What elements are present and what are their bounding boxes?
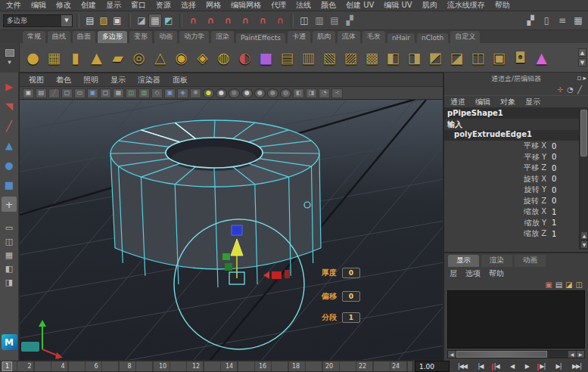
lasso-tool-icon[interactable]: ◥ (2, 98, 17, 113)
move-layer-up-icon[interactable]: ▣ (545, 281, 552, 289)
attribute-value-field[interactable]: 1 (552, 230, 579, 238)
input-node-name[interactable]: polyExtrudeEdge1 (444, 130, 579, 141)
step-forward-frame-button[interactable]: ▶| (555, 363, 563, 370)
safe-title-icon[interactable]: ❋ (190, 88, 201, 98)
shelf-tab[interactable]: 肌肉 (313, 31, 335, 43)
shadows-icon[interactable]: ● (254, 88, 266, 98)
attribute-value-field[interactable]: 0 (552, 142, 579, 150)
modeling-toolkit-toggle-icon[interactable]: ▦ (571, 14, 585, 28)
new-layer-from-selected-icon[interactable]: ◪ (565, 281, 572, 289)
layer-editor-menu-item[interactable]: 选项 (465, 268, 481, 279)
new-scene-icon[interactable]: ▤ (83, 14, 97, 28)
channel-box-toggle-icon[interactable]: ≡ (555, 14, 569, 28)
shelf-tab[interactable]: 流体 (338, 31, 360, 43)
bookmark-icon[interactable]: ▢ (61, 88, 73, 98)
snap-to-view-planes-icon[interactable]: ∩ (256, 14, 269, 28)
attribute-editor-toggle-icon[interactable]: ▯ (540, 14, 553, 28)
shelf-tab[interactable]: 自定义 (450, 31, 480, 43)
menu-item[interactable]: 肌肉 (422, 0, 437, 11)
chevron-down-icon[interactable]: ▼ (61, 15, 72, 26)
layer-editor-tab[interactable]: 渲染 (481, 255, 512, 267)
shelf-tab[interactable]: 变形 (129, 31, 152, 43)
attribute-value-field[interactable]: 0 (552, 186, 579, 194)
hyperbolic-icon[interactable]: ╱ (577, 85, 582, 94)
menu-item[interactable]: 创建 UV (346, 0, 374, 11)
two-d-pan-zoom-icon[interactable]: ▣ (87, 88, 98, 98)
current-frame-field[interactable]: 1.00 (415, 361, 450, 372)
menu-item[interactable]: 编辑 UV (384, 0, 412, 11)
poly-pipe-icon[interactable]: ◉ (171, 45, 191, 70)
grease-pencil-icon[interactable]: ▢ (100, 88, 111, 98)
move-tool-icon[interactable]: ▲ (2, 138, 17, 153)
menu-item[interactable]: 窗口 (131, 0, 146, 11)
divisions-value-field[interactable]: 1 (342, 312, 360, 323)
menu-item[interactable]: 修改 (56, 0, 71, 11)
shelf-tab[interactable]: 常规 (23, 31, 45, 43)
poly-torus-icon[interactable]: ◎ (129, 45, 149, 70)
xray-icon[interactable]: ◨ (306, 88, 317, 98)
menu-item[interactable]: 编辑 (31, 0, 46, 11)
snap-to-projected-center-icon[interactable]: ∩ (238, 14, 252, 28)
shelf-tab[interactable]: nCloth (417, 33, 448, 43)
bridge-icon[interactable]: ▥ (298, 45, 319, 70)
gamma-icon[interactable]: ≺ (331, 88, 343, 98)
channel-box-menu-item[interactable]: 编辑 (475, 97, 490, 107)
poly-soccer-ball-icon[interactable]: ◍ (213, 45, 234, 70)
shelf-tab[interactable]: 多边形 (98, 31, 127, 43)
channel-box-menu-item[interactable]: 对象 (500, 97, 515, 107)
image-plane-icon[interactable]: ▭ (74, 88, 86, 98)
panel-menu-item[interactable]: 显示 (110, 75, 126, 85)
menu-set-dropdown[interactable]: 多边形 ▼ (3, 14, 73, 27)
rotate-tool-icon[interactable]: ● (2, 157, 17, 172)
layout-four-pane-icon[interactable]: ◫ (2, 236, 17, 247)
attribute-value-field[interactable]: 0 (552, 164, 579, 172)
layout-single-pane-icon[interactable]: ▭ (2, 222, 17, 234)
play-forwards-button[interactable]: ▶ (524, 363, 530, 370)
scale-tool-icon[interactable]: ■ (2, 177, 17, 192)
manipulator-axis-icon[interactable]: ✛ (557, 85, 563, 94)
shelf-tab[interactable]: 动画 (154, 31, 177, 43)
attribute-value-field[interactable]: 0 (552, 153, 579, 161)
go-to-end-button[interactable]: ▶▶| (571, 363, 583, 370)
paint-select-tool-icon[interactable]: ╱ (2, 118, 17, 133)
last-tool-used-icon[interactable]: + (2, 197, 17, 212)
object-name[interactable]: pPipeShape1 (444, 108, 579, 119)
go-to-start-button[interactable]: |◀◀ (456, 363, 468, 370)
shelf-tab[interactable]: PaintEffects (236, 33, 285, 43)
scroll-left-icon[interactable]: ◀ (568, 351, 576, 358)
camera-attributes-icon[interactable]: ╱ (48, 88, 60, 98)
snap-to-points-icon[interactable]: ∩ (221, 14, 235, 28)
attribute-value-field[interactable]: 0 (552, 175, 579, 183)
layer-editor-menu-item[interactable]: 层 (450, 268, 457, 279)
poly-plane-icon[interactable]: ▰ (107, 45, 128, 70)
shaded-mode-icon[interactable]: ● (216, 88, 227, 98)
shelf-tab[interactable]: 曲线 (48, 31, 70, 43)
layer-editor-menu-item[interactable]: 帮助 (489, 268, 504, 279)
menu-item[interactable]: 文件 (6, 0, 21, 11)
extrude-icon[interactable]: ▤ (277, 45, 297, 70)
shelf-tab[interactable]: 卡通 (288, 31, 310, 43)
channel-box-scrollbar[interactable]: ▲ ▼ (579, 108, 588, 250)
play-backwards-button[interactable]: ◀ (509, 363, 515, 370)
poly-pyramid-icon[interactable]: △ (150, 45, 170, 70)
shelf-tab[interactable]: 动力学 (179, 31, 209, 43)
insert-edge-loop-icon[interactable]: ▩ (362, 45, 382, 70)
status-line-separator[interactable] (128, 14, 131, 27)
lock-camera-icon[interactable]: ▤ (36, 88, 47, 98)
layer-horizontal-scrollbar[interactable]: ◀ ◀ ▶ (447, 350, 585, 358)
menu-item[interactable]: 选择 (181, 0, 196, 11)
layer-list[interactable] (447, 290, 585, 349)
menu-item[interactable]: 代理 (271, 0, 286, 11)
snap-to-curves-icon[interactable]: ∩ (204, 14, 217, 28)
quad-draw-icon[interactable]: ◘ (510, 45, 530, 70)
merge-vertex-icon[interactable]: ◪ (446, 45, 467, 70)
thickness-value-field[interactable]: 0 (342, 268, 360, 278)
output-connections-icon[interactable]: ▥ (313, 14, 326, 28)
offset-value-field[interactable]: 0 (342, 291, 360, 302)
viewport-canvas[interactable]: 厚度 0 偏移 0 分段 1 (20, 100, 443, 360)
append-polygon-icon[interactable]: ▧ (319, 45, 340, 70)
layout-persp-outliner-icon[interactable]: ▦ (2, 250, 17, 261)
scroll-up-icon[interactable]: ▲ (580, 231, 588, 240)
shelf-tab[interactable]: 曲面 (73, 31, 95, 43)
scroll-right-icon[interactable]: ▶ (576, 351, 584, 358)
